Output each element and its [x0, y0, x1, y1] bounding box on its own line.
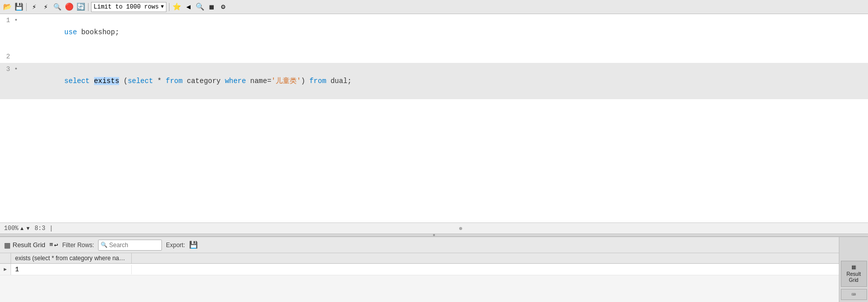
export-label: Export:: [166, 242, 185, 249]
status-center: [57, 227, 864, 230]
keyword-from-1: from: [166, 77, 183, 85]
execute-query-icon[interactable]: ⚡: [29, 2, 39, 12]
editor-statusbar: 100% ▲ ▼ 8:3 |: [0, 222, 868, 234]
limit-select[interactable]: Limit to 1000 rows ▼: [91, 2, 166, 12]
wrap-icons: ≡ ↩: [49, 241, 58, 249]
execute-current-icon[interactable]: ⚡: [41, 2, 51, 12]
open-folder-icon[interactable]: 📂: [2, 2, 12, 12]
zoom-down-btn[interactable]: ▼: [26, 225, 31, 231]
result-panel: ▦ Result Grid ≡ ↩ Filter Rows: 🔍 Export:…: [0, 237, 868, 302]
status-dot: [459, 227, 462, 230]
keyword-select-1: select: [64, 77, 94, 85]
sidebar-small-icon: ⌨: [851, 290, 855, 299]
line-dot-3: •: [14, 63, 18, 76]
row-marker[interactable]: ▶: [0, 264, 11, 275]
save-icon[interactable]: 💾: [14, 2, 24, 12]
column-header-exists: exists (select * from category where nam…: [11, 253, 132, 263]
sidebar-small-btn[interactable]: ⌨: [841, 289, 867, 300]
result-grid-area: ▶ 1: [0, 264, 868, 275]
result-grid-header: exists (select * from category where nam…: [0, 253, 868, 264]
line-dot-1: •: [14, 15, 18, 27]
line-content-3: select exists (select * from category wh…: [22, 63, 864, 99]
keyword-use: use: [64, 28, 77, 36]
editor-line-2[interactable]: 2: [0, 50, 868, 63]
result-grid-tab[interactable]: ▦ Result Grid: [4, 241, 45, 249]
filter-rows-label: Filter Rows:: [62, 242, 94, 249]
export-btn[interactable]: 💾: [189, 241, 198, 249]
splitter-dot: [433, 234, 435, 236]
line-content-2: [18, 50, 864, 62]
limit-label: Limit to 1000 rows: [94, 4, 159, 11]
sym-paren-open: (: [119, 77, 128, 85]
sym-bookshop: bookshop;: [77, 28, 119, 36]
keyword-exists: exists: [94, 77, 119, 85]
result-grid-sidebar-label: ResultGrid: [846, 271, 860, 283]
result-grid-sidebar-icon: ▦: [851, 264, 856, 270]
grid-icon[interactable]: ▦: [207, 2, 217, 12]
main-toolbar: 📂 💾 ⚡ ⚡ 🔍 🔴 🔄 Limit to 1000 rows ▼ ⭐ ◀ 🔍…: [0, 0, 868, 14]
right-sidebar: ▦ ResultGrid ⌨: [839, 237, 868, 302]
wrap-icon[interactable]: ≡: [49, 241, 53, 249]
cursor-position: 8:3: [35, 225, 46, 232]
explain-icon[interactable]: 🔍: [52, 2, 62, 12]
search-icon: 🔍: [101, 242, 108, 248]
stop-icon[interactable]: 🔴: [64, 2, 74, 12]
keyword-from-2: from: [309, 77, 326, 85]
zoom-control[interactable]: 100% ▲ ▼: [4, 225, 31, 232]
cell-value: 1: [11, 265, 132, 274]
sym-dual: dual;: [326, 77, 352, 85]
table-row: ▶ 1: [0, 264, 868, 275]
nav-prev-icon[interactable]: ◀: [184, 2, 194, 12]
sym-name-eq: name=: [246, 77, 271, 85]
filter-search-input[interactable]: [109, 242, 159, 249]
sym-star: *: [153, 77, 165, 85]
filter-search-box[interactable]: 🔍: [98, 240, 162, 251]
sym-paren-close: ): [301, 77, 309, 85]
result-grid-tab-label: Result Grid: [13, 241, 45, 249]
string-chinese: '儿童类': [272, 77, 301, 85]
zoom-value: 100%: [4, 225, 19, 232]
main-layout: 1 • use bookshop; 2 3 • select exists (s…: [0, 14, 868, 302]
result-grid-sidebar-btn[interactable]: ▦ ResultGrid: [841, 261, 867, 287]
editor-line-1[interactable]: 1 • use bookshop;: [0, 14, 868, 50]
search2-icon[interactable]: 🔍: [195, 2, 205, 12]
line-number-3: 3: [0, 63, 14, 76]
line-number-2: 2: [0, 51, 14, 63]
editor-line-3[interactable]: 3 • select exists (select * from categor…: [0, 63, 868, 99]
row-marker-header: [0, 253, 11, 263]
keyword-select-2: select: [128, 77, 153, 85]
editor-area[interactable]: 1 • use bookshop; 2 3 • select exists (s…: [0, 14, 868, 234]
result-toolbar: ▦ Result Grid ≡ ↩ Filter Rows: 🔍 Export:…: [0, 237, 868, 253]
zoom-up-btn[interactable]: ▲: [20, 225, 25, 231]
result-grid-icon: ▦: [4, 241, 11, 249]
toolbar-separator-1: [26, 3, 27, 11]
line-content-1: use bookshop;: [22, 14, 864, 50]
toolbar-separator-3: [169, 3, 169, 11]
toolbar-separator-2: [88, 3, 89, 11]
sym-category: category: [183, 77, 225, 85]
editor-content[interactable]: 1 • use bookshop; 2 3 • select exists (s…: [0, 14, 868, 222]
refresh-icon[interactable]: 🔄: [75, 2, 85, 12]
cursor-separator: |: [49, 225, 53, 232]
chevron-down-icon: ▼: [161, 4, 164, 10]
keyword-where: where: [225, 77, 246, 85]
settings-icon[interactable]: ⚙: [218, 2, 228, 12]
star-icon[interactable]: ⭐: [172, 2, 182, 12]
line-number-1: 1: [0, 15, 14, 27]
unwrap-icon[interactable]: ↩: [54, 241, 58, 249]
